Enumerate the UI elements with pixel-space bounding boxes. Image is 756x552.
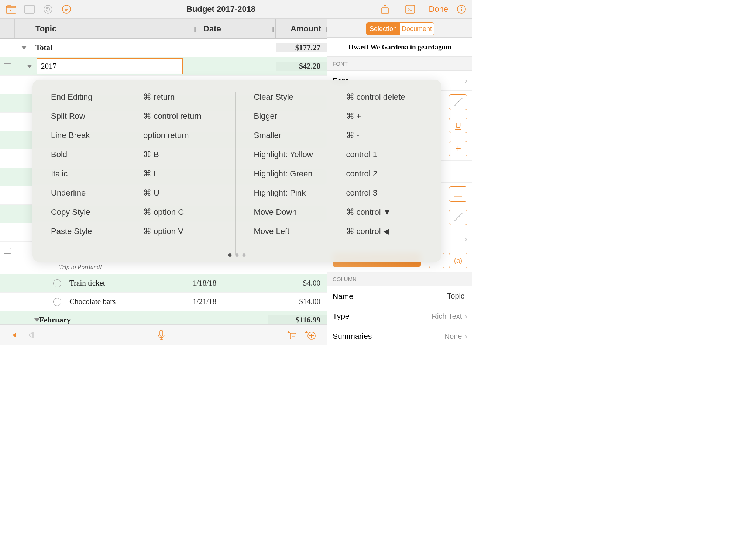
shortcut-item: End Editing⌘ return (51, 92, 220, 102)
column-type-row[interactable]: Type Rich Text› (327, 306, 472, 326)
shortcut-item: Move Left⌘ control ◀ (254, 227, 423, 236)
info-icon[interactable] (455, 3, 468, 16)
cell-total-topic: Total (33, 43, 197, 52)
topic-edit-input[interactable] (37, 58, 183, 74)
dot-icon[interactable] (243, 253, 246, 257)
cell-feb-topic: February (37, 315, 190, 325)
level-badge[interactable]: (a) (449, 253, 467, 268)
shortcut-item: Highlight: Yellowcontrol 1 (254, 150, 423, 159)
chevron-right-icon: › (465, 76, 467, 85)
column-resize-icon[interactable]: ||| (194, 26, 195, 32)
undo-icon[interactable] (41, 3, 55, 16)
shortcut-item: Paste Style⌘ option V (51, 227, 220, 236)
tab-selection[interactable]: Selection (367, 23, 400, 35)
column-name-row[interactable]: Name Topic (327, 286, 472, 306)
chevron-right-icon: › (465, 235, 467, 243)
column-type-value: Rich Text (432, 312, 462, 320)
chevron-right-icon: › (465, 332, 467, 340)
shortcuts-column-right: Clear Style⌘ control delete Bigger⌘ + Sm… (236, 92, 423, 255)
add-row-icon[interactable] (304, 330, 316, 340)
shortcut-item: Italic⌘ I (51, 169, 220, 179)
chevron-right-icon: › (465, 312, 467, 320)
dot-icon[interactable] (236, 253, 239, 257)
add-style-icon[interactable]: + (449, 141, 467, 156)
underline-button[interactable]: U (449, 118, 467, 133)
shortcut-item: Clear Style⌘ control delete (254, 92, 423, 102)
cell-train-date: 1/18/18 (193, 279, 271, 288)
automation-icon[interactable] (403, 3, 417, 16)
shortcuts-column-left: End Editing⌘ return Split Row⌘ control r… (51, 92, 236, 255)
column-resize-icon[interactable]: ||| (272, 26, 273, 32)
section-font: FONT (327, 57, 472, 71)
column-summaries-row[interactable]: Summaries None› (327, 326, 472, 345)
shortcut-item: Bold⌘ B (51, 150, 220, 159)
disclosure-icon[interactable] (15, 318, 37, 322)
column-summaries-value: None (444, 332, 462, 340)
document-title: Budget 2017-2018 (63, 4, 378, 14)
tab-document[interactable]: Document (400, 23, 434, 35)
shortcut-item: Split Row⌘ control return (51, 111, 220, 121)
top-toolbar: Budget 2017-2018 Done (0, 0, 472, 19)
shortcut-item: Smaller⌘ - (254, 131, 423, 140)
shortcut-item: Line Breakoption return (51, 131, 220, 140)
column-header-amount-label: Amount (291, 24, 321, 34)
note-row[interactable]: Trip to Portland! (0, 260, 327, 274)
svg-line-24 (454, 213, 462, 221)
disclosure-icon[interactable] (15, 46, 33, 50)
column-name-label: Name (333, 292, 353, 301)
cell-total-amount: $177.27 (276, 43, 327, 52)
svg-point-11 (461, 7, 462, 8)
column-summaries-label: Summaries (333, 332, 372, 341)
cell-feb-amount: $116.99 (268, 315, 327, 325)
cell-2017-topic[interactable] (33, 58, 197, 74)
row-train[interactable]: Train ticket 1/18/18 $4.00 (0, 274, 327, 293)
svg-rect-13 (160, 330, 163, 336)
column-headers: Topic ||| Date ||| Amount ||| (0, 19, 327, 39)
back-folder-icon[interactable] (4, 3, 18, 16)
cell-train-topic: Train ticket (67, 279, 193, 288)
no-style-icon[interactable] (449, 94, 467, 110)
column-header-date-label: Date (203, 24, 221, 34)
row-choco[interactable]: Chocolate bars 1/21/18 $14.00 (0, 293, 327, 311)
svg-rect-9 (406, 5, 415, 13)
disclosure-icon[interactable] (15, 65, 33, 68)
svg-point-3 (44, 5, 52, 13)
done-button[interactable]: Done (429, 4, 448, 14)
page-dots[interactable] (228, 253, 246, 257)
cell-train-amount: $4.00 (271, 279, 327, 288)
column-name-value: Topic (447, 292, 464, 300)
column-header-topic[interactable]: Topic ||| (15, 19, 197, 38)
note-marker-icon[interactable] (0, 63, 15, 69)
status-circle-icon[interactable] (53, 279, 61, 287)
share-icon[interactable] (378, 3, 392, 16)
column-resize-icon[interactable]: ||| (325, 26, 326, 32)
shortcut-item: Underline⌘ U (51, 188, 220, 198)
sidebar-toggle-icon[interactable] (23, 3, 36, 16)
shortcut-item: Highlight: Pinkcontrol 3 (254, 188, 423, 198)
section-column: COLUMN (327, 272, 472, 286)
column-type-label: Type (333, 312, 350, 321)
svg-line-20 (454, 98, 462, 106)
nav-first-icon[interactable] (11, 331, 20, 339)
move-up-icon[interactable] (286, 330, 297, 340)
row-2017[interactable]: $42.28 (0, 57, 327, 76)
shortcut-item: Copy Style⌘ option C (51, 207, 220, 217)
keyboard-shortcuts-overlay: End Editing⌘ return Split Row⌘ control r… (32, 80, 441, 262)
status-circle-icon[interactable] (53, 298, 61, 306)
paragraph-lines-icon[interactable] (449, 186, 467, 202)
inspector-segmented: Selection Document (366, 22, 434, 35)
dot-icon[interactable] (228, 253, 232, 257)
svg-rect-1 (25, 5, 34, 13)
cell-choco-date: 1/21/18 (193, 297, 271, 306)
note-marker-icon[interactable] (0, 248, 15, 254)
dictation-icon[interactable] (157, 330, 166, 341)
no-style-icon[interactable] (449, 210, 467, 225)
nav-next-icon[interactable] (27, 331, 36, 339)
column-header-topic-label: Topic (35, 24, 56, 34)
column-header-amount[interactable]: Amount ||| (276, 19, 327, 38)
style-preview: Hwæt! We Gardena in geardagum (327, 38, 472, 57)
row-total[interactable]: Total $177.27 (0, 39, 327, 57)
column-header-date[interactable]: Date ||| (197, 19, 276, 38)
shortcut-item: Highlight: Greencontrol 2 (254, 169, 423, 179)
cell-choco-topic: Chocolate bars (67, 297, 193, 306)
